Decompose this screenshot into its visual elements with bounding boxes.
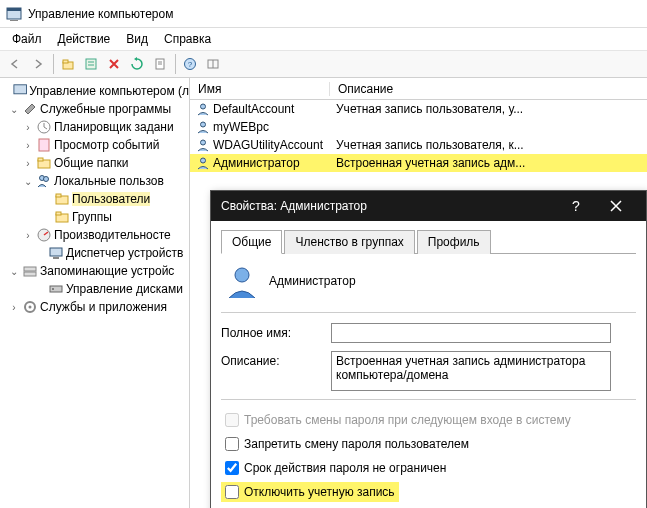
svg-rect-4: [63, 60, 68, 63]
help-button[interactable]: ?: [179, 53, 201, 75]
fullname-input[interactable]: [331, 323, 611, 343]
dialog-title: Свойства: Администратор: [221, 199, 367, 213]
refresh-button[interactable]: [126, 53, 148, 75]
tree-disk-mgmt[interactable]: Управление дисками: [66, 282, 183, 296]
export-button[interactable]: [149, 53, 171, 75]
svg-rect-5: [86, 59, 96, 69]
list-name: WDAGUtilityAccount: [213, 138, 323, 152]
checkbox-never-expires[interactable]: Срок действия пароля не ограничен: [221, 458, 636, 478]
menu-help[interactable]: Справка: [158, 30, 217, 48]
menu-file[interactable]: Файл: [6, 30, 48, 48]
checkbox-cant-change-input[interactable]: [225, 437, 239, 451]
list-desc: Учетная запись пользователя, у...: [336, 102, 523, 116]
list-row[interactable]: WDAGUtilityAccount Учетная запись пользо…: [190, 136, 647, 154]
window-split-button[interactable]: [202, 53, 224, 75]
expand-icon[interactable]: ⌄: [22, 176, 34, 187]
svg-rect-25: [56, 212, 61, 215]
tree-services[interactable]: Службы и приложения: [40, 300, 167, 314]
svg-rect-28: [53, 257, 59, 259]
expand-icon[interactable]: ›: [22, 140, 34, 151]
tree-storage[interactable]: Запоминающие устройс: [40, 264, 174, 278]
nav-back-button[interactable]: [4, 53, 26, 75]
list-row[interactable]: DefaultAccount Учетная запись пользовате…: [190, 100, 647, 118]
list-name: myWEBpc: [213, 120, 269, 134]
menu-view[interactable]: Вид: [120, 30, 154, 48]
col-desc[interactable]: Описание: [330, 82, 401, 96]
col-name[interactable]: Имя: [190, 82, 330, 96]
tree-local-users[interactable]: Локальные пользов: [54, 174, 164, 188]
expand-icon[interactable]: ›: [22, 230, 34, 241]
nav-forward-button[interactable]: [27, 53, 49, 75]
device-mgr-icon: [48, 245, 64, 261]
expand-icon[interactable]: ⌄: [8, 266, 20, 277]
svg-rect-1: [7, 8, 21, 11]
user-icon: [196, 120, 210, 134]
tab-general[interactable]: Общие: [221, 230, 282, 254]
list-row[interactable]: myWEBpc: [190, 118, 647, 136]
performance-icon: [36, 227, 52, 243]
tree-performance[interactable]: Производительносте: [54, 228, 171, 242]
folder-icon: [54, 191, 70, 207]
tools-icon: [22, 101, 38, 117]
menu-action[interactable]: Действие: [52, 30, 117, 48]
checkbox-disable-account-input[interactable]: [225, 485, 239, 499]
description-label: Описание:: [221, 351, 331, 368]
list-name: DefaultAccount: [213, 102, 294, 116]
services-icon: [22, 299, 38, 315]
svg-rect-19: [38, 158, 43, 161]
tab-membership[interactable]: Членство в группах: [284, 230, 414, 254]
svg-rect-27: [50, 248, 62, 256]
tree-users[interactable]: Пользователи: [72, 192, 150, 206]
list-name: Администратор: [213, 156, 300, 170]
svg-rect-30: [24, 272, 36, 276]
tree-root[interactable]: Управление компьютером (л: [29, 84, 189, 98]
disk-mgmt-icon: [48, 281, 64, 297]
expand-icon[interactable]: ⌄: [8, 104, 20, 115]
svg-rect-17: [39, 139, 49, 151]
checkbox-never-expires-input[interactable]: [225, 461, 239, 475]
user-icon: [196, 102, 210, 116]
dialog-help-button[interactable]: ?: [556, 191, 596, 221]
navigation-tree[interactable]: Управление компьютером (л ⌄Служебные про…: [0, 78, 190, 508]
svg-point-37: [201, 140, 206, 145]
tab-profile[interactable]: Профиль: [417, 230, 491, 254]
tree-groups[interactable]: Группы: [72, 210, 112, 224]
user-large-icon: [225, 264, 259, 298]
tree-shared-folders[interactable]: Общие папки: [54, 156, 128, 170]
tree-task-scheduler[interactable]: Планировщик задани: [54, 120, 174, 134]
dialog-titlebar[interactable]: Свойства: Администратор ?: [211, 191, 646, 221]
svg-rect-31: [50, 286, 62, 292]
fullname-label: Полное имя:: [221, 323, 331, 340]
description-input[interactable]: Встроенная учетная запись администратора…: [331, 351, 611, 391]
folder-icon: [54, 209, 70, 225]
dialog-close-button[interactable]: [596, 191, 636, 221]
checkbox-must-change-input: [225, 413, 239, 427]
list-desc: Учетная запись пользователя, к...: [336, 138, 524, 152]
folder-up-button[interactable]: [57, 53, 79, 75]
svg-rect-15: [14, 85, 27, 94]
properties-button[interactable]: [80, 53, 102, 75]
checkbox-cant-change[interactable]: Запретить смену пароля пользователем: [221, 434, 636, 454]
tree-system-tools[interactable]: Служебные программы: [40, 102, 171, 116]
user-name-label: Администратор: [269, 274, 356, 288]
svg-text:?: ?: [188, 60, 193, 69]
user-icon: [196, 156, 210, 170]
storage-icon: [22, 263, 38, 279]
delete-button[interactable]: [103, 53, 125, 75]
tree-device-mgr[interactable]: Диспетчер устройств: [66, 246, 183, 260]
expand-icon[interactable]: ›: [22, 158, 34, 169]
svg-point-38: [201, 158, 206, 163]
users-icon: [36, 173, 52, 189]
eventlog-icon: [36, 137, 52, 153]
expand-icon[interactable]: ›: [22, 122, 34, 133]
app-icon: [6, 6, 22, 22]
window-title: Управление компьютером: [28, 7, 173, 21]
tree-event-viewer[interactable]: Просмотр событий: [54, 138, 159, 152]
checkbox-disable-account[interactable]: Отключить учетную запись: [221, 482, 399, 502]
svg-point-35: [201, 104, 206, 109]
list-header: Имя Описание: [190, 78, 647, 100]
list-row-selected[interactable]: Администратор Встроенная учетная запись …: [190, 154, 647, 172]
expand-icon[interactable]: ›: [8, 302, 20, 313]
svg-rect-2: [10, 20, 18, 21]
menu-bar: Файл Действие Вид Справка: [0, 28, 647, 50]
